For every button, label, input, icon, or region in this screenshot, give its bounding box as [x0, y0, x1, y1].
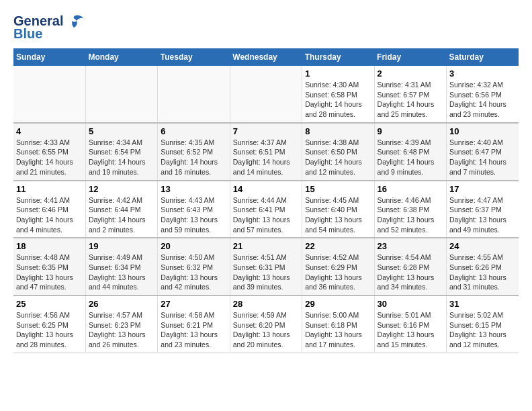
day-info-5: Sunrise: 4:34 AM Sunset: 6:54 PM Dayligh… [89, 138, 154, 177]
day-number-15: 15 [305, 184, 371, 194]
week-row-3: 11Sunrise: 4:41 AM Sunset: 6:46 PM Dayli… [13, 181, 519, 238]
day-info-7: Sunrise: 4:37 AM Sunset: 6:51 PM Dayligh… [233, 138, 299, 177]
empty-day [13, 66, 85, 123]
day-17: 17Sunrise: 4:47 AM Sunset: 6:37 PM Dayli… [447, 181, 519, 238]
day-7: 7Sunrise: 4:37 AM Sunset: 6:51 PM Daylig… [230, 123, 302, 181]
day-number-1: 1 [305, 68, 371, 79]
day-14: 14Sunrise: 4:44 AM Sunset: 6:41 PM Dayli… [230, 181, 302, 238]
day-info-3: Sunrise: 4:32 AM Sunset: 6:56 PM Dayligh… [449, 80, 516, 120]
day-5: 5Sunrise: 4:34 AM Sunset: 6:54 PM Daylig… [85, 123, 157, 181]
header-thursday: Thursday [302, 48, 374, 66]
day-number-24: 24 [449, 241, 516, 251]
day-number-18: 18 [16, 241, 83, 251]
day-info-12: Sunrise: 4:42 AM Sunset: 6:44 PM Dayligh… [89, 195, 154, 235]
day-number-19: 19 [89, 241, 154, 251]
day-22: 22Sunrise: 4:52 AM Sunset: 6:29 PM Dayli… [302, 238, 374, 295]
day-4: 4Sunrise: 4:33 AM Sunset: 6:55 PM Daylig… [13, 123, 85, 181]
day-30: 30Sunrise: 5:01 AM Sunset: 6:16 PM Dayli… [374, 295, 446, 353]
day-18: 18Sunrise: 4:48 AM Sunset: 6:35 PM Dayli… [13, 238, 85, 295]
day-number-4: 4 [16, 126, 83, 136]
logo: General Blue [13, 13, 85, 42]
day-19: 19Sunrise: 4:49 AM Sunset: 6:34 PM Dayli… [85, 238, 157, 295]
day-24: 24Sunrise: 4:55 AM Sunset: 6:26 PM Dayli… [447, 238, 519, 295]
day-1: 1Sunrise: 4:30 AM Sunset: 6:58 PM Daylig… [302, 66, 374, 123]
day-number-7: 7 [233, 126, 299, 136]
empty-day [230, 66, 302, 123]
day-number-14: 14 [233, 184, 299, 194]
day-number-9: 9 [378, 126, 443, 136]
empty-day [85, 66, 157, 123]
day-11: 11Sunrise: 4:41 AM Sunset: 6:46 PM Dayli… [13, 181, 85, 238]
day-info-31: Sunrise: 5:02 AM Sunset: 6:15 PM Dayligh… [449, 310, 516, 350]
day-info-17: Sunrise: 4:47 AM Sunset: 6:37 PM Dayligh… [449, 195, 516, 235]
day-info-8: Sunrise: 4:38 AM Sunset: 6:50 PM Dayligh… [305, 138, 371, 177]
day-number-12: 12 [89, 184, 154, 194]
day-info-6: Sunrise: 4:35 AM Sunset: 6:52 PM Dayligh… [161, 138, 226, 177]
day-info-25: Sunrise: 4:56 AM Sunset: 6:25 PM Dayligh… [16, 310, 83, 350]
day-info-20: Sunrise: 4:50 AM Sunset: 6:32 PM Dayligh… [161, 253, 226, 292]
day-info-1: Sunrise: 4:30 AM Sunset: 6:58 PM Dayligh… [305, 80, 371, 120]
day-info-16: Sunrise: 4:46 AM Sunset: 6:38 PM Dayligh… [378, 195, 443, 235]
day-8: 8Sunrise: 4:38 AM Sunset: 6:50 PM Daylig… [302, 123, 374, 181]
day-15: 15Sunrise: 4:45 AM Sunset: 6:40 PM Dayli… [302, 181, 374, 238]
day-number-31: 31 [449, 299, 516, 309]
day-info-29: Sunrise: 5:00 AM Sunset: 6:18 PM Dayligh… [305, 310, 371, 350]
day-info-22: Sunrise: 4:52 AM Sunset: 6:29 PM Dayligh… [305, 253, 371, 292]
day-29: 29Sunrise: 5:00 AM Sunset: 6:18 PM Dayli… [302, 295, 374, 353]
day-25: 25Sunrise: 4:56 AM Sunset: 6:25 PM Dayli… [13, 295, 85, 353]
day-info-2: Sunrise: 4:31 AM Sunset: 6:57 PM Dayligh… [378, 80, 443, 120]
day-number-17: 17 [449, 184, 516, 194]
page-header: General Blue [13, 13, 519, 42]
day-20: 20Sunrise: 4:50 AM Sunset: 6:32 PM Dayli… [158, 238, 230, 295]
week-row-1: 1Sunrise: 4:30 AM Sunset: 6:58 PM Daylig… [13, 66, 519, 123]
day-info-21: Sunrise: 4:51 AM Sunset: 6:31 PM Dayligh… [233, 253, 299, 292]
day-number-23: 23 [378, 241, 443, 251]
day-number-28: 28 [233, 299, 299, 309]
day-28: 28Sunrise: 4:59 AM Sunset: 6:20 PM Dayli… [230, 295, 302, 353]
day-number-21: 21 [233, 241, 299, 251]
day-23: 23Sunrise: 4:54 AM Sunset: 6:28 PM Dayli… [374, 238, 446, 295]
empty-day [158, 66, 230, 123]
day-number-5: 5 [89, 126, 154, 136]
day-info-26: Sunrise: 4:57 AM Sunset: 6:23 PM Dayligh… [89, 310, 154, 350]
day-number-29: 29 [305, 299, 371, 309]
day-number-13: 13 [161, 184, 226, 194]
header-friday: Friday [374, 48, 446, 66]
logo-bird-icon [63, 14, 85, 29]
header-tuesday: Tuesday [158, 48, 230, 66]
day-9: 9Sunrise: 4:39 AM Sunset: 6:48 PM Daylig… [374, 123, 446, 181]
header-monday: Monday [85, 48, 157, 66]
day-21: 21Sunrise: 4:51 AM Sunset: 6:31 PM Dayli… [230, 238, 302, 295]
day-6: 6Sunrise: 4:35 AM Sunset: 6:52 PM Daylig… [158, 123, 230, 181]
day-number-26: 26 [89, 299, 154, 309]
day-info-15: Sunrise: 4:45 AM Sunset: 6:40 PM Dayligh… [305, 195, 371, 235]
day-number-22: 22 [305, 241, 371, 251]
day-26: 26Sunrise: 4:57 AM Sunset: 6:23 PM Dayli… [85, 295, 157, 353]
day-info-28: Sunrise: 4:59 AM Sunset: 6:20 PM Dayligh… [233, 310, 299, 350]
day-31: 31Sunrise: 5:02 AM Sunset: 6:15 PM Dayli… [447, 295, 519, 353]
day-info-18: Sunrise: 4:48 AM Sunset: 6:35 PM Dayligh… [16, 253, 83, 292]
day-number-2: 2 [378, 68, 443, 79]
day-info-24: Sunrise: 4:55 AM Sunset: 6:26 PM Dayligh… [449, 253, 516, 292]
week-row-4: 18Sunrise: 4:48 AM Sunset: 6:35 PM Dayli… [13, 238, 519, 295]
day-number-3: 3 [449, 68, 516, 79]
header-saturday: Saturday [447, 48, 519, 66]
day-number-16: 16 [378, 184, 443, 194]
day-info-27: Sunrise: 4:58 AM Sunset: 6:21 PM Dayligh… [161, 310, 226, 350]
day-number-20: 20 [161, 241, 226, 251]
day-info-13: Sunrise: 4:43 AM Sunset: 6:43 PM Dayligh… [161, 195, 226, 235]
day-info-11: Sunrise: 4:41 AM Sunset: 6:46 PM Dayligh… [16, 195, 83, 235]
day-number-10: 10 [449, 126, 516, 136]
day-27: 27Sunrise: 4:58 AM Sunset: 6:21 PM Dayli… [158, 295, 230, 353]
calendar-table: SundayMondayTuesdayWednesdayThursdayFrid… [13, 48, 519, 353]
day-13: 13Sunrise: 4:43 AM Sunset: 6:43 PM Dayli… [158, 181, 230, 238]
day-info-4: Sunrise: 4:33 AM Sunset: 6:55 PM Dayligh… [16, 138, 83, 177]
day-number-11: 11 [16, 184, 83, 194]
day-info-10: Sunrise: 4:40 AM Sunset: 6:47 PM Dayligh… [449, 138, 516, 177]
logo-blue: Blue [13, 26, 42, 42]
day-info-23: Sunrise: 4:54 AM Sunset: 6:28 PM Dayligh… [378, 253, 443, 292]
day-12: 12Sunrise: 4:42 AM Sunset: 6:44 PM Dayli… [85, 181, 157, 238]
week-row-5: 25Sunrise: 4:56 AM Sunset: 6:25 PM Dayli… [13, 295, 519, 353]
header-wednesday: Wednesday [230, 48, 302, 66]
day-number-27: 27 [161, 299, 226, 309]
